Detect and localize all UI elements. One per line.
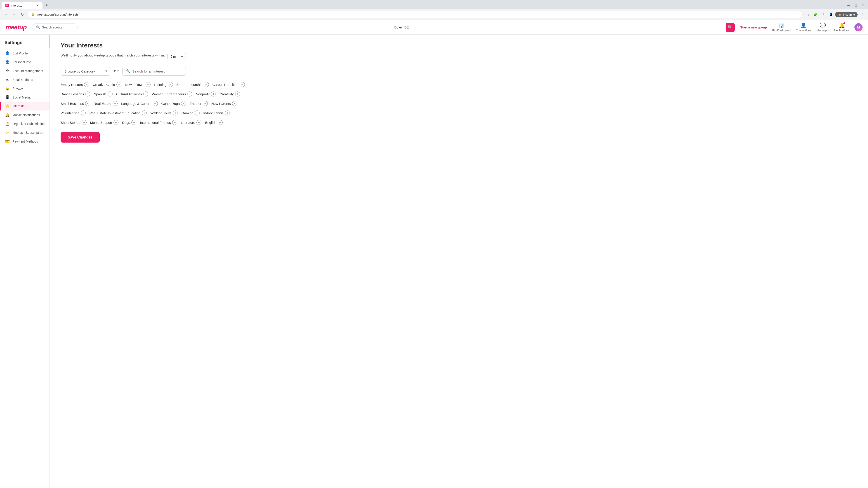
sidebar-item-payment-methods[interactable]: 💳 Payment Methods bbox=[0, 137, 50, 146]
reload-button[interactable]: ↻ bbox=[19, 11, 25, 18]
device-button[interactable]: 📱 bbox=[828, 11, 834, 18]
sidebar-item-meetup-plus[interactable]: ✨ Meetup+ Subscription bbox=[0, 128, 50, 137]
interest-gaming[interactable]: Gaming + bbox=[182, 110, 200, 116]
interest-add-icon[interactable]: + bbox=[116, 82, 121, 87]
sidebar-item-interests[interactable]: ⭐ Interests bbox=[0, 102, 50, 110]
nav-notifications[interactable]: 🔔 Notifications bbox=[834, 23, 849, 32]
tab-close-btn[interactable]: ✕ bbox=[36, 4, 39, 7]
bookmark-icon[interactable]: ☆ bbox=[804, 11, 811, 18]
interest-add-icon[interactable]: + bbox=[107, 92, 113, 96]
forward-button[interactable]: → bbox=[11, 11, 17, 18]
sidebar-item-edit-profile[interactable]: 👤 Edit Profile bbox=[0, 49, 50, 58]
interest-career-transition[interactable]: Career Transition + bbox=[213, 82, 245, 87]
interest-add-icon[interactable]: + bbox=[81, 110, 86, 116]
interest-short-stories[interactable]: Short Stories + bbox=[61, 120, 87, 125]
interest-theater[interactable]: Theater + bbox=[190, 101, 208, 106]
interest-small-business[interactable]: Small Business + bbox=[61, 101, 90, 106]
interest-add-icon[interactable]: + bbox=[187, 92, 192, 96]
interest-new-parents[interactable]: New Parents + bbox=[211, 101, 237, 106]
interest-add-icon[interactable]: + bbox=[114, 120, 119, 125]
interest-literature[interactable]: Literature + bbox=[181, 120, 202, 125]
browser-tab-interests[interactable]: M Interests ✕ bbox=[2, 2, 42, 9]
interest-indoor-tennis[interactable]: Indoor Tennis + bbox=[203, 110, 230, 116]
interest-spanish[interactable]: Spanish + bbox=[94, 92, 112, 96]
interest-real-estate-investment[interactable]: Real Estate Investment Education + bbox=[89, 110, 147, 116]
minimize-button[interactable]: ─ bbox=[845, 2, 852, 8]
interest-add-icon[interactable]: + bbox=[153, 101, 158, 106]
interest-creativity[interactable]: Creativity + bbox=[219, 92, 240, 96]
interest-add-icon[interactable]: + bbox=[211, 92, 216, 96]
back-button[interactable]: ← bbox=[3, 11, 9, 18]
close-button[interactable]: ✕ bbox=[860, 2, 866, 8]
interest-add-icon[interactable]: + bbox=[195, 110, 199, 116]
interest-add-icon[interactable]: + bbox=[218, 120, 223, 125]
interest-women-entrepreneurs[interactable]: Women Entrepreneurs + bbox=[152, 92, 192, 96]
interest-add-icon[interactable]: + bbox=[82, 120, 87, 125]
interest-nonprofit[interactable]: Nonprofit + bbox=[196, 92, 216, 96]
interest-dogs[interactable]: Dogs + bbox=[122, 120, 136, 125]
nav-connections[interactable]: 👤 Connections bbox=[796, 23, 811, 32]
interest-entrepreneurship[interactable]: Entrepreneurship + bbox=[177, 82, 209, 87]
interest-add-icon[interactable]: + bbox=[204, 82, 209, 87]
interest-moms-support[interactable]: Moms Support + bbox=[90, 120, 119, 125]
interest-add-icon[interactable]: + bbox=[142, 110, 147, 116]
sidebar-item-privacy[interactable]: 🔒 Privacy bbox=[0, 84, 50, 93]
browse-category-select[interactable]: Browse by Category bbox=[61, 67, 110, 76]
search-button[interactable]: 🔍 bbox=[725, 23, 735, 32]
interest-add-icon[interactable]: + bbox=[131, 120, 136, 125]
location-selector[interactable]: Dover, DE bbox=[395, 26, 409, 29]
start-group-button[interactable]: Start a new group bbox=[740, 26, 767, 29]
new-tab-button[interactable]: + bbox=[43, 2, 50, 8]
interest-gentle-yoga[interactable]: Gentle Yoga + bbox=[161, 101, 186, 106]
interest-add-icon[interactable]: + bbox=[235, 92, 240, 96]
site-logo[interactable]: meetup bbox=[5, 24, 27, 31]
sidebar-item-mobile-notifications[interactable]: 🔔 Mobile Notifications bbox=[0, 110, 50, 119]
interest-empty-nesters[interactable]: Empty Nesters + bbox=[61, 82, 89, 87]
nav-messages[interactable]: 💬 Messages bbox=[816, 23, 829, 32]
interest-add-icon[interactable]: + bbox=[240, 82, 245, 87]
interest-international-friends[interactable]: International Friends + bbox=[140, 120, 177, 125]
user-avatar[interactable]: M bbox=[855, 23, 863, 31]
interest-add-icon[interactable]: + bbox=[84, 82, 89, 87]
sidebar-item-personal-info[interactable]: 👤 Personal Info bbox=[0, 58, 50, 66]
interest-add-icon[interactable]: + bbox=[225, 110, 230, 116]
download-button[interactable]: ⬇ bbox=[820, 11, 826, 18]
interest-add-icon[interactable]: + bbox=[85, 101, 90, 106]
interest-volunteering[interactable]: Volunteering + bbox=[61, 110, 86, 116]
interest-language-culture[interactable]: Language & Culture + bbox=[121, 101, 158, 106]
interest-new-in-town[interactable]: New In Town + bbox=[125, 82, 151, 87]
interest-add-icon[interactable]: + bbox=[172, 120, 177, 125]
interest-english[interactable]: English + bbox=[205, 120, 222, 125]
interest-creative-circle[interactable]: Creative Circle + bbox=[93, 82, 121, 87]
distance-select[interactable]: 5 mi 10 mi 25 mi 50 mi bbox=[167, 53, 186, 60]
sidebar-item-organizer-subscription[interactable]: 📋 Organizer Subscription bbox=[0, 119, 50, 128]
interest-add-icon[interactable]: + bbox=[203, 101, 208, 106]
menu-button[interactable]: ⋮ bbox=[859, 11, 865, 18]
extensions-button[interactable]: 🧩 bbox=[812, 11, 818, 18]
maximize-button[interactable]: □ bbox=[852, 2, 859, 8]
header-search-input[interactable] bbox=[42, 26, 74, 29]
interest-add-icon[interactable]: + bbox=[196, 120, 202, 125]
sidebar-item-email-updates[interactable]: ✉ Email Updates bbox=[0, 75, 50, 84]
search-interest-wrap[interactable]: 🔍 bbox=[122, 67, 186, 76]
interest-cultural-activities[interactable]: Cultural Activities + bbox=[116, 92, 148, 96]
sidebar-item-social-media[interactable]: 📱 Social Media bbox=[0, 93, 50, 102]
sidebar-item-account-management[interactable]: ⚙ Account Management bbox=[0, 66, 50, 75]
interest-painting[interactable]: Painting + bbox=[154, 82, 173, 87]
interest-add-icon[interactable]: + bbox=[85, 92, 90, 96]
interest-real-estate[interactable]: Real Estate + bbox=[94, 101, 118, 106]
interest-add-icon[interactable]: + bbox=[232, 101, 237, 106]
interest-dance-lessons[interactable]: Dance Lessons + bbox=[61, 92, 90, 96]
interest-add-icon[interactable]: + bbox=[181, 101, 186, 106]
header-search-bar[interactable]: 🔍 bbox=[32, 23, 78, 31]
interest-walking-tours[interactable]: Walking Tours + bbox=[150, 110, 178, 116]
interest-add-icon[interactable]: + bbox=[168, 82, 173, 87]
interest-add-icon[interactable]: + bbox=[113, 101, 118, 106]
save-changes-button[interactable]: Save Changes bbox=[61, 132, 100, 142]
interest-add-icon[interactable]: + bbox=[143, 92, 148, 96]
nav-pro-dashboard[interactable]: 📊 Pro Dashboard bbox=[772, 23, 790, 32]
interest-add-icon[interactable]: + bbox=[173, 110, 178, 116]
address-bar[interactable]: 🔒 meetup.com/account/interests/ bbox=[27, 11, 803, 18]
interest-add-icon[interactable]: + bbox=[146, 82, 151, 87]
search-interest-input[interactable] bbox=[132, 69, 182, 73]
